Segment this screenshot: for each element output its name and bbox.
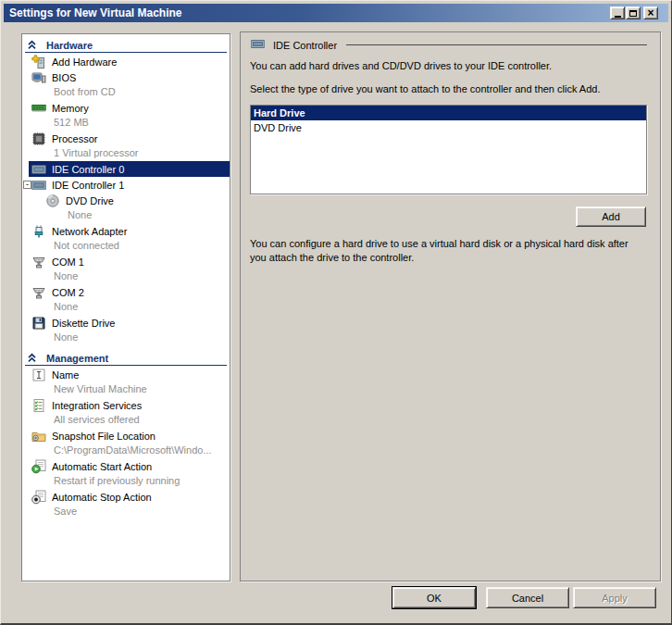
sidebar-item-name[interactable]: Name xyxy=(22,367,230,382)
bios-icon xyxy=(31,70,46,85)
intro-text-2: Select the type of drive you want to att… xyxy=(250,83,647,95)
sidebar: Hardware Add Hardware BIOS Boot from CD … xyxy=(21,33,230,581)
ide-controller-icon xyxy=(31,162,46,177)
sidebar-item-network-adapter[interactable]: Network Adapter xyxy=(22,223,230,239)
tree-collapse-icon[interactable]: - xyxy=(23,181,31,189)
sidebar-item-dvd-drive[interactable]: DVD Drive xyxy=(22,193,230,208)
sidebar-item-label: IDE Controller 0 xyxy=(52,164,124,175)
sidebar-item-automatic-stop-action[interactable]: Automatic Stop Action xyxy=(22,489,230,505)
sidebar-item-sublabel: None xyxy=(22,300,230,315)
sidebar-item-sublabel: C:\ProgramData\Microsoft\Windo... xyxy=(22,444,230,458)
sidebar-item-label: Processor xyxy=(52,133,98,144)
sidebar-item-ide-controller-0[interactable]: IDE Controller 0 xyxy=(29,161,230,177)
sidebar-item-sublabel: None xyxy=(22,331,230,345)
intro-text-1: You can add hard drives and CD/DVD drive… xyxy=(250,60,647,72)
drive-type-listbox[interactable]: Hard Drive DVD Drive xyxy=(250,105,647,194)
sidebar-item-sublabel: Restart if previously running xyxy=(22,474,230,489)
processor-icon xyxy=(31,131,46,146)
sidebar-item-sublabel: Not connected xyxy=(22,239,230,254)
minimize-icon xyxy=(615,16,621,18)
window-title: Settings for New Virtual Machine xyxy=(9,6,181,19)
sidebar-item-add-hardware[interactable]: Add Hardware xyxy=(22,54,230,69)
close-button[interactable]: × xyxy=(643,6,658,19)
sidebar-item-label: Automatic Start Action xyxy=(52,461,152,472)
dvd-drive-icon xyxy=(45,194,60,208)
sidebar-item-com-1[interactable]: COM 1 xyxy=(22,254,230,269)
listbox-option-dvd-drive[interactable]: DVD Drive xyxy=(251,120,646,135)
titlebar[interactable]: Settings for New Virtual Machine × xyxy=(4,4,668,22)
panel-title: IDE Controller xyxy=(273,40,337,51)
minimize-button[interactable] xyxy=(610,6,625,19)
apply-button[interactable]: Apply xyxy=(573,587,656,608)
cancel-button[interactable]: Cancel xyxy=(486,587,569,608)
collapse-chevrons-icon[interactable] xyxy=(27,353,37,363)
collapse-chevrons-icon[interactable] xyxy=(27,40,37,50)
sidebar-item-label: IDE Controller 1 xyxy=(52,180,124,191)
add-button-row: Add xyxy=(241,206,660,227)
add-hardware-icon xyxy=(31,55,46,69)
sidebar-item-label: COM 1 xyxy=(52,256,84,268)
section-label-hardware: Hardware xyxy=(46,40,93,51)
sidebar-item-label: DVD Drive xyxy=(66,195,114,206)
listbox-option-hard-drive[interactable]: Hard Drive xyxy=(251,106,646,120)
sidebar-item-label: Snapshot File Location xyxy=(52,431,156,442)
sidebar-item-integration-services[interactable]: Integration Services xyxy=(22,397,230,413)
sidebar-item-label: Automatic Stop Action xyxy=(52,492,152,503)
com-port-icon xyxy=(31,255,46,269)
sidebar-item-snapshot-file-location[interactable]: Snapshot File Location xyxy=(22,428,230,444)
header-divider xyxy=(346,44,647,45)
sidebar-item-label: Add Hardware xyxy=(52,56,117,68)
memory-icon xyxy=(31,101,46,116)
section-header-management[interactable]: Management xyxy=(25,351,227,366)
sidebar-item-ide-controller-1[interactable]: - IDE Controller 1 xyxy=(22,177,230,193)
sidebar-item-label: COM 2 xyxy=(52,287,84,298)
network-adapter-icon xyxy=(31,224,46,239)
maximize-button[interactable] xyxy=(626,6,641,19)
ide-controller-panel: IDE Controller You can add hard drives a… xyxy=(240,31,661,581)
name-icon xyxy=(31,368,46,382)
integration-services-icon xyxy=(31,398,46,413)
maximize-icon xyxy=(629,10,637,17)
section-header-hardware[interactable]: Hardware xyxy=(25,38,227,53)
ok-button[interactable]: OK xyxy=(392,587,476,608)
sidebar-item-sublabel: None xyxy=(22,208,230,223)
settings-window: Settings for New Virtual Machine × Hardw… xyxy=(0,0,672,625)
sidebar-item-sublabel: Boot from CD xyxy=(22,85,230,100)
sidebar-item-sublabel: All services offered xyxy=(22,413,230,428)
ide-controller-icon xyxy=(31,178,46,193)
snapshot-folder-icon xyxy=(31,429,46,444)
sidebar-item-automatic-start-action[interactable]: Automatic Start Action xyxy=(22,458,230,474)
sidebar-item-diskette-drive[interactable]: Diskette Drive xyxy=(22,315,230,331)
sidebar-item-memory[interactable]: Memory xyxy=(22,100,230,116)
sidebar-item-sublabel: 1 Virtual processor xyxy=(22,146,230,161)
sidebar-item-processor[interactable]: Processor xyxy=(22,131,230,146)
sidebar-item-sublabel: 512 MB xyxy=(22,116,230,131)
sidebar-item-com-2[interactable]: COM 2 xyxy=(22,284,230,300)
com-port-icon xyxy=(31,285,46,300)
sidebar-item-label: BIOS xyxy=(52,72,76,83)
auto-start-icon xyxy=(31,459,46,474)
sidebar-item-label: Memory xyxy=(52,103,89,114)
note-text: You can configure a hard drive to use a … xyxy=(250,237,647,265)
sidebar-item-sublabel: New Virtual Machine xyxy=(22,382,230,397)
section-label-management: Management xyxy=(46,353,108,364)
ide-controller-icon xyxy=(250,37,266,53)
sidebar-item-sublabel: None xyxy=(22,269,230,284)
sidebar-item-label: Name xyxy=(52,369,79,381)
sidebar-item-label: Integration Services xyxy=(52,400,142,411)
diskette-icon xyxy=(31,316,46,331)
sidebar-item-label: Network Adapter xyxy=(52,226,127,237)
auto-stop-icon xyxy=(31,490,46,505)
close-icon: × xyxy=(647,8,653,18)
panel-header: IDE Controller xyxy=(250,38,647,52)
sidebar-item-sublabel: Save xyxy=(22,505,230,519)
add-button[interactable]: Add xyxy=(576,206,646,227)
sidebar-item-label: Diskette Drive xyxy=(52,318,115,329)
sidebar-item-bios[interactable]: BIOS xyxy=(22,69,230,85)
